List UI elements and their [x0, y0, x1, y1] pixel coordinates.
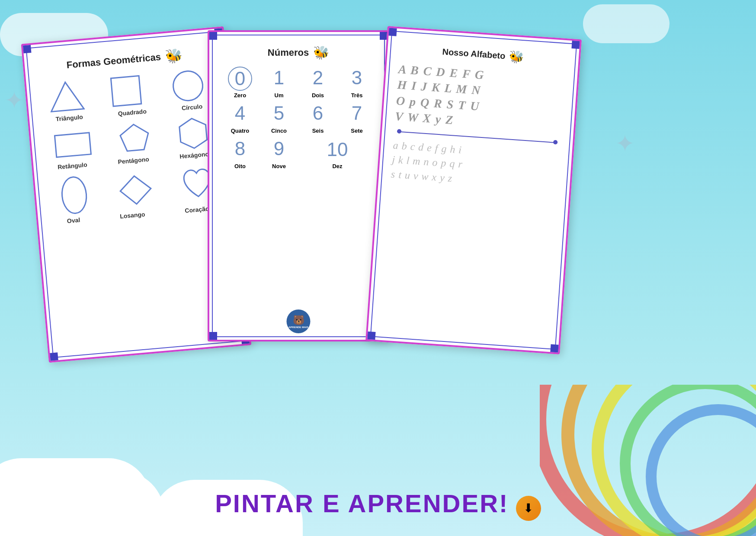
corner-bl-num [208, 332, 217, 341]
download-icon[interactable]: ⬇ [516, 496, 541, 521]
lowercase-alphabet: a b c d e f g h i j k l m n o p q r s t … [387, 136, 564, 196]
square-shape [109, 73, 146, 109]
number-10: 10 Dez [300, 137, 375, 169]
number-0: 0 Zero [222, 67, 258, 99]
svg-rect-1 [111, 76, 141, 106]
svg-marker-4 [119, 123, 150, 151]
number-9: 9 Nove [261, 137, 297, 169]
number-4: 4 Quatro [222, 102, 258, 134]
corner-bl [49, 352, 58, 362]
diamond-shape [116, 172, 155, 207]
hexagon-shape [176, 116, 211, 151]
corner-tl-num [208, 31, 217, 40]
page-numbers: Números 🐝 0 Zero 1 Um 2 Dois [208, 30, 389, 341]
svg-marker-5 [179, 117, 208, 149]
logo-text: APRENDE MAIS [288, 326, 308, 329]
rectangle-shape [52, 126, 93, 162]
number-6: 6 Seis [300, 102, 336, 134]
corner-br-alph [550, 344, 559, 353]
bee-alphabet: 🐝 [508, 49, 524, 64]
corner-tl [22, 44, 32, 54]
svg-point-2 [172, 70, 204, 102]
bee-shapes: 🐝 [164, 47, 183, 65]
svg-point-6 [61, 176, 88, 214]
number-1: 1 Um [261, 67, 297, 99]
numbers-title: Números [268, 47, 309, 58]
shapes-title: Formas Geométricas [66, 51, 161, 71]
svg-marker-7 [119, 175, 152, 205]
corner-bl-alph [366, 332, 375, 341]
oval-shape [58, 175, 91, 216]
number-3: 3 Três [339, 67, 375, 99]
number-5: 5 Cinco [261, 102, 297, 134]
alphabet-title: Nosso Alfabeto [442, 47, 506, 61]
banner-text: PINTAR E APRENDER! [215, 489, 509, 517]
logo-badge: 🐻 APRENDE MAIS [287, 309, 311, 333]
page-alphabet: Nosso Alfabeto 🐝 A B C D E F G H I J K L… [365, 26, 582, 354]
triangle-shape [48, 79, 85, 114]
bottom-banner[interactable]: PINTAR E APRENDER! ⬇ [0, 489, 756, 523]
number-2: 2 Dois [300, 67, 336, 99]
corner-tr-alph [571, 40, 580, 49]
svg-rect-3 [55, 133, 91, 157]
uppercase-alphabet: A B C D E F G H I J K L M N O p Q R S T … [391, 59, 569, 138]
corner-tl-alph [388, 27, 397, 36]
numbers-grid: 0 Zero 1 Um 2 Dois 3 Três [218, 64, 379, 172]
number-8: 8 Oito [222, 137, 258, 169]
svg-marker-0 [49, 81, 84, 112]
number-7: 7 Sete [339, 102, 375, 134]
pentagon-shape [117, 121, 152, 156]
bee-numbers: 🐝 [313, 45, 329, 60]
circle-shape [169, 68, 206, 103]
